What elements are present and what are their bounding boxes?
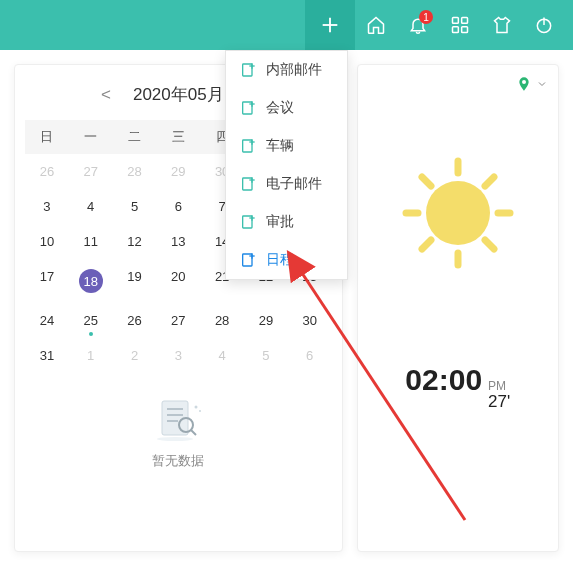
calendar-day[interactable]: 6 (288, 338, 332, 373)
new-item-icon (240, 214, 256, 230)
calendar-dow: 三 (156, 120, 200, 154)
calendar-day[interactable]: 20 (156, 259, 200, 303)
calendar-day[interactable]: 4 (200, 338, 244, 373)
calendar-day[interactable]: 27 (156, 303, 200, 338)
svg-rect-2 (453, 18, 459, 24)
new-menu-dropdown: 内部邮件会议车辆电子邮件审批日程 (225, 50, 348, 280)
calendar-day[interactable]: 4 (69, 189, 113, 224)
weather-graphic (368, 153, 548, 273)
calendar-day[interactable]: 29 (156, 154, 200, 189)
new-button[interactable] (305, 0, 355, 50)
calendar-dow: 日 (25, 120, 69, 154)
new-item-icon (240, 252, 256, 268)
calendar-day[interactable]: 3 (156, 338, 200, 373)
calendar-day[interactable]: 2 (113, 338, 157, 373)
no-data-icon (148, 395, 208, 443)
svg-point-14 (157, 437, 193, 441)
menu-item-label: 车辆 (266, 137, 294, 155)
calendar-day[interactable]: 26 (25, 154, 69, 189)
svg-point-17 (426, 181, 490, 245)
calendar-day[interactable]: 1 (69, 338, 113, 373)
calendar-day[interactable]: 17 (25, 259, 69, 303)
calendar-day[interactable]: 6 (156, 189, 200, 224)
notification-badge: 1 (419, 10, 433, 24)
menu-item-label: 审批 (266, 213, 294, 231)
calendar-dow: 二 (113, 120, 157, 154)
calendar-day[interactable]: 28 (200, 303, 244, 338)
menu-item-label: 内部邮件 (266, 61, 322, 79)
weather-card: 02:00 PM 27' (357, 64, 559, 552)
new-item-icon (240, 62, 256, 78)
app-header: 1 (0, 0, 573, 50)
calendar-day[interactable]: 30 (288, 303, 332, 338)
svg-line-22 (422, 177, 431, 186)
temperature-value: 27' (488, 393, 510, 412)
calendar-day[interactable]: 5 (113, 189, 157, 224)
notifications-button[interactable]: 1 (397, 0, 439, 50)
location-button[interactable] (516, 75, 548, 93)
svg-point-15 (195, 406, 198, 409)
menu-item[interactable]: 审批 (226, 203, 347, 241)
menu-item[interactable]: 日程 (226, 241, 347, 279)
calendar-day[interactable]: 5 (244, 338, 288, 373)
plus-icon (319, 14, 341, 36)
calendar-day[interactable]: 11 (69, 224, 113, 259)
new-item-icon (240, 138, 256, 154)
shirt-icon (492, 15, 512, 35)
svg-rect-4 (453, 27, 459, 33)
svg-point-16 (199, 410, 201, 412)
menu-item-label: 会议 (266, 99, 294, 117)
calendar-day[interactable]: 10 (25, 224, 69, 259)
svg-line-24 (422, 240, 431, 249)
calendar-day[interactable]: 28 (113, 154, 157, 189)
calendar-day[interactable]: 29 (244, 303, 288, 338)
svg-line-13 (191, 430, 196, 435)
sun-icon (398, 153, 518, 273)
apps-button[interactable] (439, 0, 481, 50)
power-icon (534, 15, 554, 35)
calendar-day[interactable]: 19 (113, 259, 157, 303)
calendar-title: 2020年05月 (133, 83, 224, 106)
calendar-day[interactable]: 13 (156, 224, 200, 259)
location-icon (516, 75, 532, 93)
time-block: 02:00 PM 27' (368, 363, 548, 412)
new-item-icon (240, 176, 256, 192)
calendar-day[interactable]: 25 (69, 303, 113, 338)
calendar-dow: 一 (69, 120, 113, 154)
calendar-day[interactable]: 18 (69, 259, 113, 303)
menu-item[interactable]: 内部邮件 (226, 51, 347, 89)
no-data-block: 暂无数据 (25, 395, 332, 470)
power-button[interactable] (523, 0, 565, 50)
chevron-down-icon (536, 78, 548, 90)
svg-rect-5 (462, 27, 468, 33)
prev-month-button[interactable]: < (95, 85, 117, 105)
menu-item-label: 电子邮件 (266, 175, 322, 193)
menu-item-label: 日程 (266, 251, 294, 269)
calendar-day[interactable]: 26 (113, 303, 157, 338)
time-value: 02:00 (405, 363, 482, 397)
no-data-text: 暂无数据 (25, 452, 332, 470)
calendar-day[interactable]: 3 (25, 189, 69, 224)
calendar-day[interactable]: 31 (25, 338, 69, 373)
svg-line-25 (485, 177, 494, 186)
home-icon (366, 15, 386, 35)
svg-rect-3 (462, 18, 468, 24)
menu-item[interactable]: 会议 (226, 89, 347, 127)
theme-button[interactable] (481, 0, 523, 50)
svg-line-23 (485, 240, 494, 249)
calendar-day[interactable]: 27 (69, 154, 113, 189)
new-item-icon (240, 100, 256, 116)
calendar-day[interactable]: 12 (113, 224, 157, 259)
apps-icon (450, 15, 470, 35)
menu-item[interactable]: 车辆 (226, 127, 347, 165)
home-button[interactable] (355, 0, 397, 50)
menu-item[interactable]: 电子邮件 (226, 165, 347, 203)
calendar-day[interactable]: 24 (25, 303, 69, 338)
